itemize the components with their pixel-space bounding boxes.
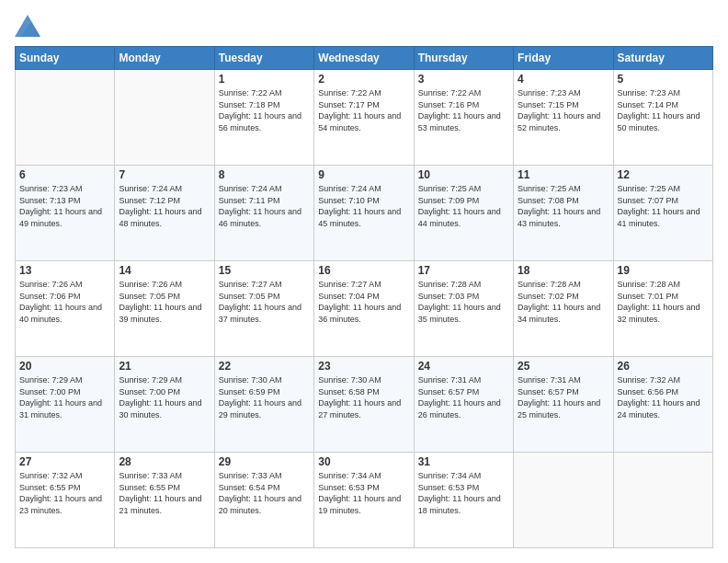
day-number: 16 (318, 264, 409, 277)
day-number: 25 (518, 360, 609, 373)
calendar-week-row: 27Sunrise: 7:32 AMSunset: 6:55 PMDayligh… (16, 453, 713, 548)
calendar-cell: 10Sunrise: 7:25 AMSunset: 7:09 PMDayligh… (414, 166, 513, 261)
calendar-cell: 24Sunrise: 7:31 AMSunset: 6:57 PMDayligh… (414, 357, 513, 453)
calendar-cell: 14Sunrise: 7:26 AMSunset: 7:05 PMDayligh… (115, 261, 214, 357)
day-info: Sunrise: 7:25 AMSunset: 7:07 PMDaylight:… (618, 183, 709, 229)
calendar-table: SundayMondayTuesdayWednesdayThursdayFrid… (15, 46, 713, 548)
day-number: 30 (318, 455, 409, 468)
day-number: 13 (19, 264, 110, 277)
day-info: Sunrise: 7:23 AMSunset: 7:13 PMDaylight:… (19, 183, 110, 229)
calendar-cell: 9Sunrise: 7:24 AMSunset: 7:10 PMDaylight… (314, 166, 414, 261)
calendar-cell: 29Sunrise: 7:33 AMSunset: 6:54 PMDayligh… (214, 453, 313, 548)
calendar-week-row: 13Sunrise: 7:26 AMSunset: 7:06 PMDayligh… (16, 261, 713, 357)
day-info: Sunrise: 7:25 AMSunset: 7:09 PMDaylight:… (418, 183, 509, 229)
calendar-cell: 16Sunrise: 7:27 AMSunset: 7:04 PMDayligh… (314, 261, 414, 357)
day-number: 12 (618, 168, 709, 181)
calendar-cell: 20Sunrise: 7:29 AMSunset: 7:00 PMDayligh… (16, 357, 115, 453)
calendar-cell: 30Sunrise: 7:34 AMSunset: 6:53 PMDayligh… (314, 453, 414, 548)
calendar-cell: 6Sunrise: 7:23 AMSunset: 7:13 PMDaylight… (16, 166, 115, 261)
day-info: Sunrise: 7:33 AMSunset: 6:55 PMDaylight:… (119, 470, 210, 516)
day-info: Sunrise: 7:28 AMSunset: 7:01 PMDaylight:… (618, 279, 709, 325)
day-info: Sunrise: 7:25 AMSunset: 7:08 PMDaylight:… (518, 183, 609, 229)
day-number: 1 (219, 73, 310, 86)
calendar-cell (613, 453, 712, 548)
day-info: Sunrise: 7:24 AMSunset: 7:12 PMDaylight:… (119, 183, 210, 229)
weekday-header-sunday: Sunday (16, 47, 115, 70)
calendar-cell (514, 453, 613, 548)
calendar-cell: 26Sunrise: 7:32 AMSunset: 6:56 PMDayligh… (613, 357, 712, 453)
calendar-week-row: 20Sunrise: 7:29 AMSunset: 7:00 PMDayligh… (16, 357, 713, 453)
calendar-cell: 19Sunrise: 7:28 AMSunset: 7:01 PMDayligh… (613, 261, 712, 357)
day-number: 10 (418, 168, 509, 181)
day-number: 29 (219, 455, 310, 468)
day-info: Sunrise: 7:23 AMSunset: 7:15 PMDaylight:… (518, 87, 609, 133)
day-number: 18 (518, 264, 609, 277)
calendar-cell: 4Sunrise: 7:23 AMSunset: 7:15 PMDaylight… (514, 70, 613, 166)
calendar-cell: 7Sunrise: 7:24 AMSunset: 7:12 PMDaylight… (115, 166, 214, 261)
weekday-header-wednesday: Wednesday (314, 47, 414, 70)
day-number: 20 (19, 360, 110, 373)
day-info: Sunrise: 7:33 AMSunset: 6:54 PMDaylight:… (219, 470, 310, 516)
weekday-header-thursday: Thursday (414, 47, 513, 70)
day-number: 9 (318, 168, 409, 181)
weekday-header-tuesday: Tuesday (214, 47, 313, 70)
calendar-cell: 23Sunrise: 7:30 AMSunset: 6:58 PMDayligh… (314, 357, 414, 453)
calendar-week-row: 1Sunrise: 7:22 AMSunset: 7:18 PMDaylight… (16, 70, 713, 166)
calendar-cell: 2Sunrise: 7:22 AMSunset: 7:17 PMDaylight… (314, 70, 414, 166)
calendar-cell: 12Sunrise: 7:25 AMSunset: 7:07 PMDayligh… (613, 166, 712, 261)
day-info: Sunrise: 7:26 AMSunset: 7:05 PMDaylight:… (119, 279, 210, 325)
day-info: Sunrise: 7:28 AMSunset: 7:03 PMDaylight:… (418, 279, 509, 325)
day-number: 19 (618, 264, 709, 277)
day-info: Sunrise: 7:24 AMSunset: 7:10 PMDaylight:… (318, 183, 409, 229)
day-number: 27 (19, 455, 110, 468)
calendar-cell: 1Sunrise: 7:22 AMSunset: 7:18 PMDaylight… (214, 70, 313, 166)
day-number: 2 (318, 73, 409, 86)
day-number: 11 (518, 168, 609, 181)
day-info: Sunrise: 7:22 AMSunset: 7:17 PMDaylight:… (318, 87, 409, 133)
day-number: 26 (618, 360, 709, 373)
day-number: 6 (19, 168, 110, 181)
calendar-cell: 18Sunrise: 7:28 AMSunset: 7:02 PMDayligh… (514, 261, 613, 357)
day-number: 4 (518, 73, 609, 86)
day-info: Sunrise: 7:31 AMSunset: 6:57 PMDaylight:… (518, 374, 609, 420)
day-number: 7 (119, 168, 210, 181)
day-info: Sunrise: 7:22 AMSunset: 7:16 PMDaylight:… (418, 87, 509, 133)
day-info: Sunrise: 7:29 AMSunset: 7:00 PMDaylight:… (119, 374, 210, 420)
calendar-cell: 22Sunrise: 7:30 AMSunset: 6:59 PMDayligh… (214, 357, 313, 453)
calendar-cell: 11Sunrise: 7:25 AMSunset: 7:08 PMDayligh… (514, 166, 613, 261)
day-info: Sunrise: 7:27 AMSunset: 7:04 PMDaylight:… (318, 279, 409, 325)
day-info: Sunrise: 7:24 AMSunset: 7:11 PMDaylight:… (219, 183, 310, 229)
calendar-page: SundayMondayTuesdayWednesdayThursdayFrid… (0, 0, 728, 563)
header (15, 15, 713, 37)
logo (15, 15, 44, 37)
calendar-week-row: 6Sunrise: 7:23 AMSunset: 7:13 PMDaylight… (16, 166, 713, 261)
calendar-cell: 25Sunrise: 7:31 AMSunset: 6:57 PMDayligh… (514, 357, 613, 453)
day-number: 24 (418, 360, 509, 373)
calendar-cell: 5Sunrise: 7:23 AMSunset: 7:14 PMDaylight… (613, 70, 712, 166)
calendar-cell: 27Sunrise: 7:32 AMSunset: 6:55 PMDayligh… (16, 453, 115, 548)
day-info: Sunrise: 7:34 AMSunset: 6:53 PMDaylight:… (418, 470, 509, 516)
day-number: 28 (119, 455, 210, 468)
day-info: Sunrise: 7:22 AMSunset: 7:18 PMDaylight:… (219, 87, 310, 133)
day-info: Sunrise: 7:29 AMSunset: 7:00 PMDaylight:… (19, 374, 110, 420)
day-info: Sunrise: 7:34 AMSunset: 6:53 PMDaylight:… (318, 470, 409, 516)
day-info: Sunrise: 7:31 AMSunset: 6:57 PMDaylight:… (418, 374, 509, 420)
calendar-cell (115, 70, 214, 166)
day-number: 21 (119, 360, 210, 373)
calendar-cell (16, 70, 115, 166)
logo-icon (15, 15, 40, 37)
day-number: 17 (418, 264, 509, 277)
calendar-cell: 17Sunrise: 7:28 AMSunset: 7:03 PMDayligh… (414, 261, 513, 357)
calendar-cell: 8Sunrise: 7:24 AMSunset: 7:11 PMDaylight… (214, 166, 313, 261)
weekday-header-monday: Monday (115, 47, 214, 70)
day-info: Sunrise: 7:28 AMSunset: 7:02 PMDaylight:… (518, 279, 609, 325)
day-number: 8 (219, 168, 310, 181)
weekday-header-friday: Friday (514, 47, 613, 70)
day-number: 23 (318, 360, 409, 373)
day-info: Sunrise: 7:32 AMSunset: 6:56 PMDaylight:… (618, 374, 709, 420)
day-number: 5 (618, 73, 709, 86)
day-info: Sunrise: 7:26 AMSunset: 7:06 PMDaylight:… (19, 279, 110, 325)
calendar-cell: 13Sunrise: 7:26 AMSunset: 7:06 PMDayligh… (16, 261, 115, 357)
day-info: Sunrise: 7:30 AMSunset: 6:58 PMDaylight:… (318, 374, 409, 420)
day-info: Sunrise: 7:23 AMSunset: 7:14 PMDaylight:… (618, 87, 709, 133)
